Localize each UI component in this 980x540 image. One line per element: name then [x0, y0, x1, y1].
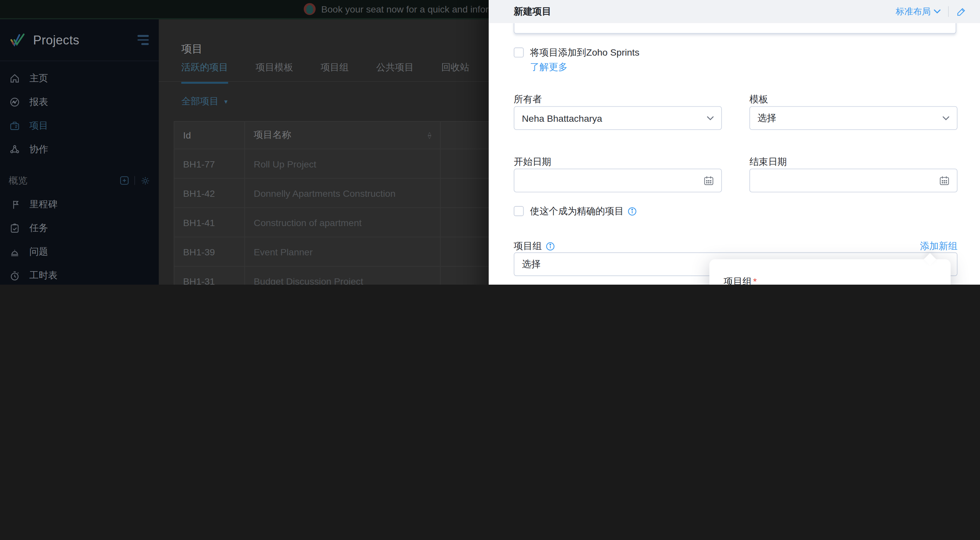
- webinar-logo-icon: [304, 3, 315, 15]
- calendar-icon: [940, 175, 950, 185]
- divider: [948, 6, 949, 17]
- stopwatch-icon: [9, 270, 20, 281]
- tab-project-groups[interactable]: 项目组: [321, 62, 349, 84]
- start-date-label: 开始日期: [514, 156, 551, 168]
- panel-body: 将项目添加到Zoho Sprints 了解更多 所有者 Neha Bhattac…: [489, 23, 980, 285]
- end-date-input[interactable]: [749, 168, 958, 192]
- column-header-label: 项目名称: [254, 129, 291, 141]
- home-icon: [9, 73, 20, 83]
- panel-header: 新建项目 标准布局: [489, 0, 980, 23]
- sidebar-section-overview: 概览: [0, 168, 159, 192]
- sidebar-item-label: 主页: [29, 72, 48, 84]
- sidebar: Projects 主页 报表 项目 协作 概览: [0, 19, 159, 285]
- milestone-icon: [9, 199, 20, 210]
- chevron-down-icon: [707, 116, 714, 120]
- popup-group-text: 项目组: [724, 276, 752, 285]
- divider: [0, 60, 159, 61]
- strict-project-label: 使这个成为精确的项目: [530, 205, 637, 217]
- project-group-text: 项目组: [514, 241, 542, 251]
- tab-trash[interactable]: 回收站: [441, 62, 469, 84]
- owner-label: 所有者: [514, 94, 542, 106]
- panel-title: 新建项目: [514, 6, 551, 17]
- sidebar-item-milestones[interactable]: 里程碑: [0, 192, 159, 216]
- project-id: BH1-42: [175, 179, 245, 207]
- chevron-down-icon: [942, 116, 950, 120]
- sidebar-item-label: 任务: [29, 222, 48, 234]
- popup-group-label: 项目组*: [724, 276, 757, 285]
- calendar-icon: [704, 175, 714, 185]
- sidebar-item-projects[interactable]: 项目: [0, 114, 159, 137]
- section-title: 概览: [9, 175, 28, 186]
- sidebar-item-collaboration[interactable]: 协作: [0, 138, 159, 161]
- project-id: BH1-39: [175, 237, 245, 266]
- strict-project-checkbox[interactable]: [514, 206, 523, 216]
- project-name: Construction of apartment: [245, 208, 441, 237]
- template-label: 模板: [749, 94, 768, 106]
- sort-icon[interactable]: △▽: [428, 132, 431, 139]
- all-projects-filter[interactable]: 全部项目 ▼: [181, 95, 229, 107]
- owner-value: Neha Bhattacharya: [522, 113, 602, 123]
- add-new-group-link[interactable]: 添加新组: [920, 241, 958, 253]
- project-name: Roll Up Project: [245, 149, 441, 178]
- alarm-icon: [9, 246, 20, 257]
- sidebar-item-label: 项目: [29, 119, 48, 131]
- project-name-input[interactable]: [514, 23, 956, 33]
- chevron-down-icon: ▼: [223, 98, 229, 105]
- project-id: BH1-41: [175, 208, 245, 237]
- sidebar-item-home[interactable]: 主页: [0, 66, 159, 90]
- promo-banner-text: Book your seat now for a quick and infor: [321, 4, 489, 14]
- briefcase-icon: [9, 120, 20, 131]
- sidebar-item-label: 工时表: [29, 270, 57, 281]
- project-group-value: 选择: [522, 258, 541, 270]
- project-name: Donnelly Apartments Construction: [245, 179, 441, 207]
- sidebar-item-label: 协作: [29, 143, 48, 155]
- gear-icon[interactable]: [141, 176, 150, 185]
- collapse-menu-icon[interactable]: [138, 35, 149, 45]
- tab-public-projects[interactable]: 公共项目: [376, 62, 414, 84]
- page-title: 项目: [181, 42, 202, 56]
- project-group-label: 项目组: [514, 241, 555, 253]
- project-name: Event Planner: [245, 237, 441, 266]
- project-tabs: 活跃的项目 项目模板 项目组 公共项目 回收站 已: [181, 62, 506, 84]
- start-date-input[interactable]: [514, 168, 722, 192]
- strict-project-text: 使这个成为精确的项目: [530, 205, 624, 216]
- sidebar-item-label: 问题: [29, 246, 48, 258]
- reports-icon: [9, 97, 20, 107]
- chevron-down-icon: [934, 9, 941, 13]
- filter-label: 全部项目: [181, 95, 219, 107]
- share-icon: [9, 144, 20, 154]
- sidebar-item-timesheet[interactable]: 工时表: [0, 264, 159, 285]
- add-widget-icon[interactable]: [120, 176, 129, 185]
- sidebar-item-label: 报表: [29, 96, 48, 108]
- app-title: Projects: [33, 33, 80, 48]
- layout-switch-dropdown[interactable]: 标准布局: [896, 6, 941, 17]
- project-id: BH1-77: [175, 149, 245, 178]
- learn-more-link[interactable]: 了解更多: [530, 61, 567, 73]
- column-header-name[interactable]: 项目名称 △▽: [245, 122, 441, 149]
- info-icon[interactable]: [546, 242, 555, 251]
- column-header-id[interactable]: Id: [175, 122, 245, 149]
- task-clipboard-icon: [9, 223, 20, 233]
- layout-switch-label: 标准布局: [896, 6, 931, 17]
- sidebar-item-issues[interactable]: 问题: [0, 240, 159, 264]
- sidebar-item-reports[interactable]: 报表: [0, 90, 159, 114]
- owner-dropdown[interactable]: Neha Bhattacharya: [514, 106, 722, 130]
- sidebar-item-tasks[interactable]: 任务: [0, 216, 159, 240]
- template-value: 选择: [757, 112, 776, 124]
- project-name: Budget Discussion Project: [245, 267, 441, 285]
- sprints-checkbox-label: 将项目添加到Zoho Sprints: [530, 47, 639, 59]
- info-icon[interactable]: [628, 206, 637, 216]
- end-date-label: 结束日期: [749, 156, 787, 168]
- sprints-checkbox[interactable]: [514, 48, 523, 57]
- required-asterisk: *: [753, 276, 757, 285]
- template-dropdown[interactable]: 选择: [749, 106, 958, 130]
- projects-logo-icon: [10, 33, 27, 48]
- create-group-popup: 项目组* CC10 创建组 取消: [709, 259, 951, 285]
- sidebar-item-label: 里程碑: [29, 199, 57, 210]
- app-root: Book your seat now for a quick and infor…: [0, 0, 980, 285]
- edit-layout-pencil-icon[interactable]: [956, 6, 966, 16]
- tab-active-projects[interactable]: 活跃的项目: [181, 62, 228, 84]
- tab-project-templates[interactable]: 项目模板: [256, 62, 293, 84]
- project-id: BH1-31: [175, 267, 245, 285]
- new-project-panel: 新建项目 标准布局 将项目添加到Zoho Sprints 了解更多 所有者 Ne…: [489, 0, 980, 285]
